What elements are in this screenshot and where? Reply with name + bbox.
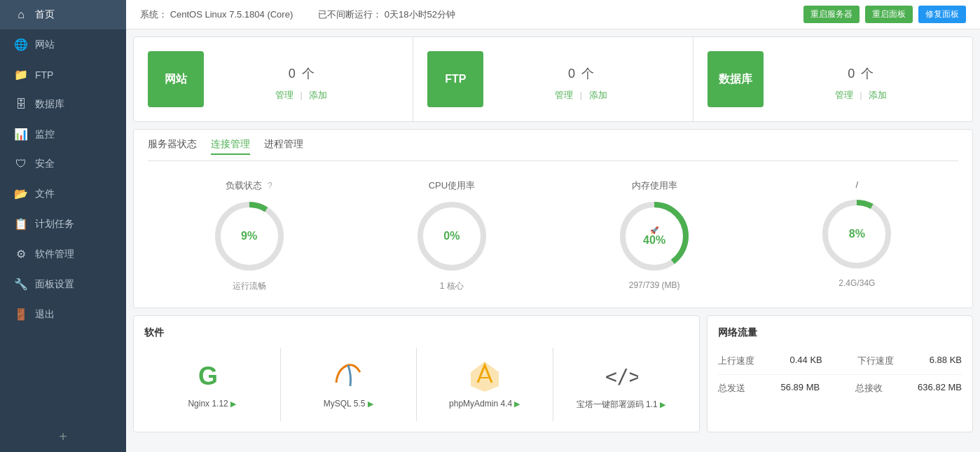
nginx-icon: G <box>195 358 230 393</box>
gauge-cpu-container: 0% <box>413 198 490 275</box>
total-recv-label: 总接收 <box>855 382 883 395</box>
software-mysql[interactable]: MySQL 5.5 ▶ <box>281 348 417 421</box>
mysql-logo <box>331 358 366 393</box>
nginx-logo: G <box>195 358 230 393</box>
tab-connection[interactable]: 连接管理 <box>211 138 250 155</box>
phpmyadmin-icon <box>467 358 502 393</box>
sidebar-item-monitor[interactable]: 📊 监控 <box>0 119 126 149</box>
svg-text:</>: </> <box>605 365 638 388</box>
gauge-disk-label: / <box>856 179 859 190</box>
database-stat-icon: 数据库 <box>708 51 764 107</box>
website-links: 管理 | 添加 <box>218 89 385 102</box>
code-icon: </> <box>603 358 638 393</box>
ftp-stat-info: 0 个 管理 | 添加 <box>483 57 678 102</box>
stats-row: 网站 0 个 管理 | 添加 FTP 0 <box>133 36 973 122</box>
home-icon: ⌂ <box>14 8 28 21</box>
help-icon[interactable]: ? <box>268 181 272 191</box>
sidebar-item-website[interactable]: 🌐 网站 <box>0 29 126 60</box>
nginx-arrow: ▶ <box>230 399 236 408</box>
ftp-icon: 📁 <box>14 68 28 81</box>
shield-icon: 🛡 <box>14 158 28 170</box>
sidebar-item-tasks[interactable]: 📋 计划任务 <box>0 209 126 239</box>
main-content: 系统： CentOS Linux 7.5.1804 (Core) 已不间断运行：… <box>126 0 980 452</box>
download-label: 下行速度 <box>857 355 894 367</box>
gauge-disk: / 8% 2.4G/34G <box>818 179 895 292</box>
restart-server-button[interactable]: 重启服务器 <box>803 6 860 23</box>
gauge-memory-value: 🚀 40% <box>643 226 665 247</box>
gauge-disk-value: 8% <box>849 228 865 240</box>
svg-text:G: G <box>198 362 218 390</box>
download-value: 6.88 KB <box>930 355 962 367</box>
mysql-name: MySQL 5.5 ▶ <box>324 399 373 409</box>
sidebar-item-home[interactable]: ⌂ 首页 <box>0 0 126 29</box>
gauge-load: 负载状态 ? 9% 运行流畅 <box>211 179 288 292</box>
website-add-link[interactable]: 添加 <box>309 90 327 100</box>
website-stat-icon: 网站 <box>148 51 204 107</box>
sidebar-item-database[interactable]: 🗄 数据库 <box>0 90 126 119</box>
stat-card-website: 网站 0 个 管理 | 添加 <box>134 37 413 121</box>
gauge-memory-sublabel: 297/739 (MB) <box>629 280 680 290</box>
gauge-cpu: CPU使用率 0% 1 核心 <box>413 179 490 292</box>
settings-icon: 🔧 <box>14 278 28 291</box>
network-panel-title: 网络流量 <box>718 327 962 339</box>
gauge-load-label: 负载状态 ? <box>226 179 272 192</box>
upload-value: 0.44 KB <box>789 355 822 367</box>
ftp-manage-link[interactable]: 管理 <box>555 90 573 100</box>
ftp-add-link[interactable]: 添加 <box>589 90 607 100</box>
deploy-name: 宝塔一键部署源码 1.1 ▶ <box>577 399 665 411</box>
gauges-row: 负载状态 ? 9% 运行流畅 CPU使用率 <box>148 172 958 299</box>
uptime-info: 已不间断运行： 0天18小时52分钟 <box>318 8 455 21</box>
sidebar-item-ftp[interactable]: 📁 FTP <box>0 60 126 90</box>
tasks-icon: 📋 <box>14 217 28 231</box>
upload-label: 上行速度 <box>718 355 754 367</box>
restart-panel-button[interactable]: 重启面板 <box>865 6 913 23</box>
add-icon: + <box>59 429 67 445</box>
tab-server-status[interactable]: 服务器状态 <box>148 138 197 155</box>
mysql-icon <box>331 358 366 393</box>
software-phpmyadmin[interactable]: phpMyAdmin 4.4 ▶ <box>417 348 553 421</box>
gauge-load-sublabel: 运行流畅 <box>233 280 266 292</box>
gauge-cpu-label: CPU使用率 <box>429 179 475 192</box>
network-row-total: 总发送 56.89 MB 总接收 636.82 MB <box>718 375 962 402</box>
folder-icon: 📂 <box>14 187 28 200</box>
gauge-cpu-sublabel: 1 核心 <box>440 280 464 292</box>
website-stat-info: 0 个 管理 | 添加 <box>204 57 399 102</box>
database-add-link[interactable]: 添加 <box>869 90 887 100</box>
phpmyadmin-arrow: ▶ <box>514 399 520 408</box>
software-grid: G Nginx 1.12 ▶ <box>144 348 689 421</box>
deploy-logo: </> <box>603 358 638 393</box>
tab-process[interactable]: 进程管理 <box>264 138 303 155</box>
sidebar-item-settings[interactable]: 🔧 面板设置 <box>0 269 126 299</box>
software-deploy[interactable]: </> 宝塔一键部署源码 1.1 ▶ <box>553 348 689 421</box>
database-count: 0 个 <box>778 57 944 83</box>
sidebar-item-software[interactable]: ⚙ 软件管理 <box>0 239 126 269</box>
sidebar: ⌂ 首页 🌐 网站 📁 FTP 🗄 数据库 📊 监控 🛡 安全 📂 文件 📋 计… <box>0 0 126 452</box>
mysql-arrow: ▶ <box>368 399 373 408</box>
server-status-section: 服务器状态 连接管理 进程管理 负载状态 ? 9% 运行流畅 <box>133 129 973 308</box>
database-manage-link[interactable]: 管理 <box>835 90 853 100</box>
system-info: 系统： CentOS Linux 7.5.1804 (Core) <box>140 8 293 21</box>
globe-icon: 🌐 <box>14 38 28 51</box>
sidebar-item-files[interactable]: 📂 文件 <box>0 179 126 209</box>
repair-panel-button[interactable]: 修复面板 <box>918 6 966 23</box>
website-manage-link[interactable]: 管理 <box>275 90 294 100</box>
sidebar-item-security[interactable]: 🛡 安全 <box>0 149 126 179</box>
gauge-disk-sublabel: 2.4G/34G <box>838 278 875 288</box>
total-send-label: 总发送 <box>718 382 745 395</box>
sidebar-item-logout[interactable]: 🚪 退出 <box>0 299 126 329</box>
software-icon: ⚙ <box>14 247 28 261</box>
gauge-load-container: 9% <box>211 198 288 275</box>
software-panel-title: 软件 <box>144 327 689 339</box>
monitor-icon: 📊 <box>14 128 28 141</box>
database-stat-info: 0 个 管理 | 添加 <box>764 57 958 102</box>
sidebar-add-button[interactable]: + <box>0 422 126 452</box>
ftp-count: 0 个 <box>497 57 664 83</box>
software-nginx[interactable]: G Nginx 1.12 ▶ <box>144 348 281 421</box>
stat-card-ftp: FTP 0 个 管理 | 添加 <box>413 37 693 121</box>
logout-icon: 🚪 <box>14 308 28 321</box>
gauge-memory: 内存使用率 🚀 40% 297/739 (MB) <box>616 179 693 292</box>
ftp-links: 管理 | 添加 <box>497 89 664 102</box>
gauge-disk-container: 8% <box>818 196 895 273</box>
gauge-load-value: 9% <box>241 230 257 242</box>
website-count: 0 个 <box>218 57 385 83</box>
